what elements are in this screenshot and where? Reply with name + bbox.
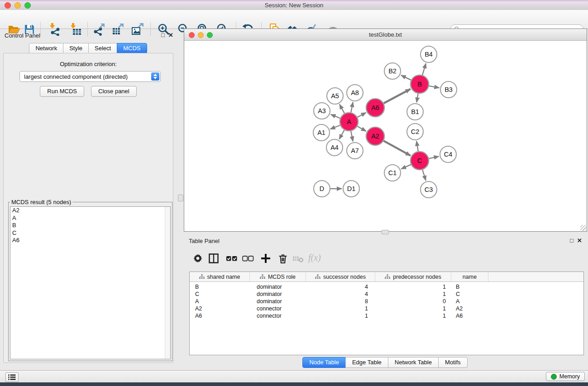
network-node-B[interactable]: B [411,75,429,93]
network-node-A4[interactable]: A4 [326,139,343,156]
tab-motifs[interactable]: Motifs [438,357,468,368]
float-panel-icon[interactable]: □ [570,238,574,244]
network-edge-A-A7[interactable] [351,131,353,142]
tab-node-table[interactable]: Node Table [302,357,346,368]
column-header-name[interactable]: name [451,272,488,281]
table-cell: 1 [375,305,451,312]
close-panel-icon[interactable]: ✕ [577,238,582,244]
column-header-mcds-role[interactable]: MCDS role [250,272,306,281]
network-node-D[interactable]: D [314,181,330,197]
mcds-result-item[interactable]: A2 [10,207,170,214]
run-mcds-button[interactable]: Run MCDS [40,86,84,97]
network-edge-C-C1[interactable] [401,165,411,169]
network-node-A7[interactable]: A7 [347,143,363,159]
mcds-result-item[interactable]: A6 [10,237,170,244]
svg-text:A4: A4 [330,144,339,151]
network-node-C3[interactable]: C3 [421,181,437,198]
network-node-A5[interactable]: A5 [327,88,343,104]
network-node-B4[interactable]: B4 [421,46,437,62]
network-edge-C-C2[interactable] [416,141,418,152]
tree-icon [199,274,205,279]
column-header-shared-name[interactable]: shared name [190,272,250,281]
deselect-all-icon[interactable] [242,253,254,265]
network-node-A2[interactable]: A2 [366,127,384,145]
network-node-A1[interactable]: A1 [313,124,330,141]
mcds-result-group: MCDS result (5 nodes) A2ABCA6 [8,202,172,361]
mcds-result-item[interactable]: A [10,214,170,222]
network-edge-C-C3[interactable] [422,170,425,181]
task-history-button[interactable] [5,372,19,382]
network-edge-B-B1[interactable] [416,94,418,103]
table-row[interactable]: Cdominator41C [190,291,583,298]
table-row[interactable]: A6connector11A6 [190,312,583,319]
network-edge-A-A8[interactable] [351,102,353,113]
network-edge-A-A5[interactable] [339,104,344,113]
mcds-result-item[interactable]: C [10,229,170,237]
export-network-icon[interactable] [93,23,105,36]
network-node-C1[interactable]: C1 [384,165,401,181]
tab-select[interactable]: Select [88,43,117,54]
scrollbar-track[interactable] [165,207,170,359]
tab-network[interactable]: Network [29,43,63,54]
import-table-icon[interactable] [69,23,82,36]
network-edge-A2-C[interactable] [383,141,411,156]
svg-text:A: A [347,118,351,125]
network-node-C4[interactable]: C4 [440,146,456,162]
tab-mcds[interactable]: MCDS [117,43,147,54]
close-panel-icon[interactable]: ✕ [168,32,173,38]
network-edge-A-A4[interactable] [339,130,344,139]
float-panel-icon[interactable]: □ [161,32,165,38]
column-header-predecessor-nodes[interactable]: predecessor nodes [375,272,451,281]
network-node-A3[interactable]: A3 [314,103,330,119]
memory-button[interactable]: Memory [546,372,585,381]
network-edge-B-B3[interactable] [429,86,440,88]
network-node-C2[interactable]: C2 [407,124,423,140]
table-row[interactable]: A2connector11A2 [190,305,583,312]
network-edge-A-A3[interactable] [331,114,340,118]
add-column-plus-icon[interactable] [260,253,272,265]
network-node-A8[interactable]: A8 [347,85,363,101]
export-image-icon[interactable] [131,23,144,36]
table-row[interactable]: Bdominator41B [190,283,583,291]
network-edge-C-C4[interactable] [429,157,439,159]
network-window-titlebar[interactable]: testGlobe.txt [184,29,587,41]
network-edge-A-A2[interactable] [357,126,366,131]
horizontal-splitter-grip[interactable] [382,230,389,234]
window-title: Session: New Session [0,2,588,9]
function-builder-icon[interactable]: f(x) [308,253,320,264]
show-columns-icon[interactable] [208,253,220,265]
network-edge-B-B2[interactable] [401,75,411,80]
table-settings-gear-icon[interactable] [192,253,204,265]
network-canvas[interactable]: B4B2BB3A8A5A6A3B1AC2A1A2A4A7C4CC1DD1C3 [184,40,587,231]
tab-edge-table[interactable]: Edge Table [345,357,388,368]
network-edge-A6-B[interactable] [384,89,411,103]
export-table-icon[interactable] [112,23,124,36]
close-panel-button[interactable]: Close panel [91,86,137,97]
network-node-B1[interactable]: B1 [407,104,423,120]
network-edge-A-A6[interactable] [358,113,366,117]
tab-style[interactable]: Style [63,43,89,54]
import-network-icon[interactable] [48,23,61,36]
table-panel-tabs: Node Table Edge Table Network Table Moti… [182,357,588,368]
mcds-result-item[interactable]: B [10,222,170,229]
network-node-B2[interactable]: B2 [384,63,401,79]
tab-network-table[interactable]: Network Table [388,357,439,368]
network-node-B3[interactable]: B3 [440,81,457,98]
svg-text:A8: A8 [351,89,359,96]
window-resize-handle[interactable] [580,225,586,231]
network-node-C[interactable]: C [411,152,429,170]
select-all-icon[interactable] [226,253,238,265]
network-edge-B-B4[interactable] [422,63,426,75]
network-node-A[interactable]: A [340,113,358,131]
network-node-D1[interactable]: D1 [343,181,359,197]
network-edge-A-A1[interactable] [330,125,340,129]
criterion-select[interactable]: largest connected component (directed) [19,71,161,82]
delete-table-icon[interactable] [292,253,304,265]
table-cell: A2 [190,305,250,312]
column-header-successor-nodes[interactable]: successor nodes [306,272,375,281]
mcds-result-list[interactable]: A2ABCA6 [10,206,171,359]
delete-column-trash-icon[interactable] [277,253,289,265]
table-row[interactable]: Adominator80A [190,298,583,305]
vertical-splitter-grip[interactable] [178,195,183,201]
network-node-A6[interactable]: A6 [366,99,384,117]
